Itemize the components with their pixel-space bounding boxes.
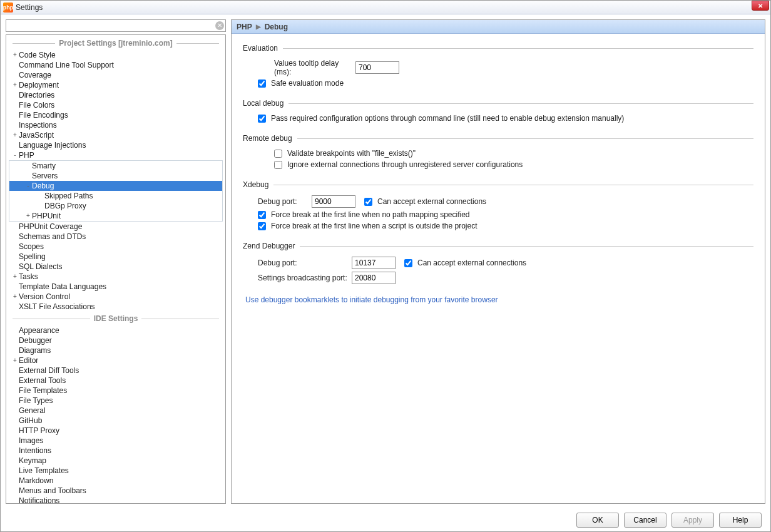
tree-item[interactable]: Images — [6, 436, 225, 446]
tree-item-label: Language Injections — [19, 141, 86, 150]
tree-item-label: PHP — [19, 151, 34, 160]
tree-item[interactable]: Spelling — [6, 252, 225, 262]
tree-item[interactable]: Command Line Tool Support — [6, 60, 225, 70]
tree-item[interactable]: Language Injections — [6, 140, 225, 150]
search-input[interactable] — [6, 19, 226, 32]
tree-item[interactable]: External Tools — [6, 376, 225, 386]
breadcrumb-root[interactable]: PHP — [237, 23, 252, 31]
tree-item[interactable]: File Encodings — [6, 110, 225, 120]
tree-item[interactable]: +Deployment — [6, 80, 225, 90]
tree-item-label: Tasks — [19, 272, 38, 281]
tree-item[interactable]: Schemas and DTDs — [6, 232, 225, 242]
tooltip-delay-input[interactable] — [355, 61, 399, 74]
ok-button[interactable]: OK — [576, 513, 619, 528]
settings-tree[interactable]: Project Settings [jtreminio.com] +Code S… — [6, 34, 226, 504]
xdebug-accept-checkbox[interactable] — [364, 198, 372, 206]
zend-accept-checkbox[interactable] — [404, 259, 412, 267]
tree-item[interactable]: Keymap — [6, 456, 225, 466]
xdebug-force1-checkbox[interactable] — [258, 211, 266, 219]
tree-item[interactable]: DBGp Proxy — [9, 201, 222, 211]
tree-item[interactable]: +Version Control — [6, 292, 225, 302]
tree-item[interactable]: Smarty — [9, 161, 222, 171]
ide-settings-header: IDE Settings — [9, 314, 223, 323]
expand-icon[interactable]: - — [24, 182, 32, 190]
tree-item[interactable]: +Editor — [6, 356, 225, 366]
tree-item[interactable]: Coverage — [6, 70, 225, 80]
breadcrumb: PHP ▶ Debug — [232, 20, 765, 34]
tree-item[interactable]: Skipped Paths — [9, 191, 222, 201]
tree-item-label: PHPUnit — [32, 212, 61, 220]
tree-item-label: General — [19, 406, 46, 415]
tree-item-label: File Colors — [19, 101, 54, 110]
tree-item[interactable]: SQL Dialects — [6, 262, 225, 272]
tree-item[interactable]: Diagrams — [6, 345, 225, 356]
tree-item-label: Keymap — [19, 456, 46, 465]
pass-config-label: Pass required configuration options thro… — [271, 114, 624, 123]
tree-item-label: Intentions — [19, 446, 51, 455]
tree-item-label: Menus and Toolbars — [19, 486, 86, 495]
tree-item[interactable]: Servers — [9, 171, 222, 181]
tree-item-label: PHPUnit Coverage — [19, 222, 82, 231]
tree-item[interactable]: Debugger — [6, 335, 225, 345]
tree-item-label: GitHub — [19, 416, 42, 425]
expand-icon[interactable]: + — [24, 212, 32, 220]
tree-item[interactable]: Notifications — [6, 496, 225, 504]
tree-item-label: Template Data Languages — [19, 282, 106, 291]
tree-item[interactable]: +Code Style — [6, 50, 225, 60]
tree-item[interactable]: +JavaScript — [6, 130, 225, 140]
tree-item[interactable]: Inspections — [6, 120, 225, 130]
close-button[interactable]: ✕ — [752, 1, 769, 11]
tree-item-label: Editor — [19, 356, 38, 365]
tree-item[interactable]: File Types — [6, 396, 225, 406]
tree-item-label: Notifications — [19, 496, 59, 504]
validate-breakpoints-checkbox[interactable] — [274, 150, 282, 158]
tree-item[interactable]: +Tasks — [6, 272, 225, 282]
tree-item-label: Markdown — [19, 476, 53, 485]
help-button[interactable]: Help — [719, 513, 762, 528]
tree-item[interactable]: External Diff Tools — [6, 366, 225, 376]
tree-item[interactable]: HTTP Proxy — [6, 426, 225, 436]
tree-item[interactable]: File Templates — [6, 386, 225, 396]
tree-item[interactable]: PHPUnit Coverage — [6, 222, 225, 232]
ignore-external-checkbox[interactable] — [274, 161, 282, 169]
tree-item[interactable]: GitHub — [6, 416, 225, 426]
xdebug-port-input[interactable] — [312, 195, 355, 208]
tree-item[interactable]: Intentions — [6, 446, 225, 456]
group-title-zend: Zend Debugger — [243, 242, 295, 250]
cancel-button[interactable]: Cancel — [624, 513, 666, 528]
expand-icon[interactable]: - — [11, 151, 19, 159]
tree-item-label: Scopes — [19, 242, 44, 251]
tree-item-label: HTTP Proxy — [19, 426, 59, 435]
tree-item[interactable]: Menus and Toolbars — [6, 486, 225, 496]
tree-item[interactable]: File Colors — [6, 100, 225, 110]
tree-item[interactable]: Live Templates — [6, 466, 225, 476]
tree-item[interactable]: Directories — [6, 90, 225, 100]
zend-port-input[interactable] — [352, 257, 396, 269]
xdebug-accept-label: Can accept external connections — [377, 197, 486, 206]
expand-icon[interactable]: + — [11, 131, 19, 139]
xdebug-force2-checkbox[interactable] — [258, 222, 266, 230]
safe-eval-checkbox[interactable] — [258, 79, 266, 88]
tree-item-php[interactable]: - PHP — [6, 150, 225, 160]
bookmarklets-link[interactable]: Use debugger bookmarklets to initiate de… — [245, 295, 753, 304]
expand-icon[interactable]: + — [11, 51, 19, 59]
apply-button[interactable]: Apply — [671, 513, 714, 528]
tree-item-label: JavaScript — [19, 131, 54, 140]
expand-icon[interactable]: + — [11, 81, 19, 89]
tree-item[interactable]: Template Data Languages — [6, 282, 225, 292]
tree-item[interactable]: Appearance — [6, 325, 225, 335]
tree-item[interactable]: Scopes — [6, 242, 225, 252]
tree-item[interactable]: General — [6, 406, 225, 416]
zend-accept-label: Can accept external connections — [417, 258, 526, 267]
zend-broadcast-input[interactable] — [352, 272, 396, 284]
pass-config-checkbox[interactable] — [258, 115, 266, 123]
tree-item[interactable]: +PHPUnit — [9, 211, 222, 221]
expand-icon[interactable]: + — [11, 357, 19, 364]
tree-item-label: Directories — [19, 91, 54, 100]
tree-item[interactable]: XSLT File Associations — [6, 302, 225, 312]
tree-item[interactable]: -Debug — [9, 181, 222, 191]
clear-search-icon[interactable]: ✕ — [215, 21, 224, 30]
expand-icon[interactable]: + — [11, 273, 19, 280]
tree-item[interactable]: Markdown — [6, 476, 225, 486]
expand-icon[interactable]: + — [11, 293, 19, 300]
